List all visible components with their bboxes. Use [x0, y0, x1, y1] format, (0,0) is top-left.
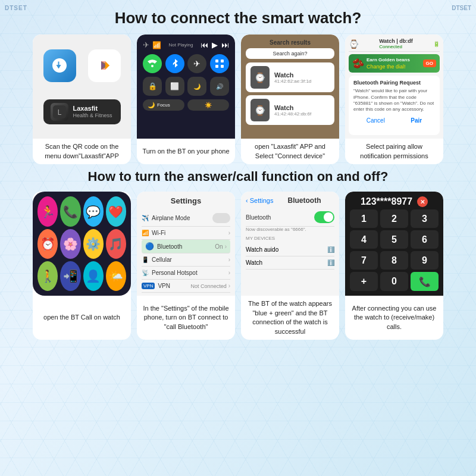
watch-item-2[interactable]: ⌚ Watch 41:42:48:42:db:6f: [246, 95, 334, 125]
card-bt-settings-caption: The BT of the watch appears "blue + gree…: [241, 296, 339, 340]
card-bt-settings: ‹ Settings Bluetooth Bluetooth Now disco…: [241, 192, 339, 340]
bt-toggle[interactable]: [314, 211, 334, 223]
settings-hotspot[interactable]: 📡Personal Hotspot ›: [142, 267, 230, 280]
watch-icon-2: ⌚: [250, 99, 270, 121]
brand-right: DTSET: [452, 5, 471, 11]
dial-1[interactable]: 1: [350, 209, 378, 228]
bt-discoverable-text: Now discoverable as "6666".: [246, 227, 334, 232]
section1-title: How to connect the smart watch?: [12, 9, 464, 27]
dial-grid: 1 2 3 4 5 6 7 8 9 + 0 📞: [350, 209, 439, 291]
cc-moon-btn: 🌙: [187, 77, 206, 96]
dial-call-btn[interactable]: 📞: [411, 272, 439, 291]
settings-bluetooth[interactable]: 🔵 Bluetooth On ›: [142, 240, 230, 253]
dial-7[interactable]: 7: [350, 251, 378, 270]
bt-my-devices-label: MY DEVICES: [246, 236, 334, 241]
settings-vpn[interactable]: VPNVPN Not Connected ›: [142, 280, 230, 293]
settings-wifi[interactable]: 📶Wi-Fi ›: [142, 227, 230, 240]
card-settings-image: Settings ✈️Airplane Mode 📶Wi-Fi › 🔵 Blue…: [137, 192, 235, 296]
search-results-title: Search results: [246, 39, 334, 46]
bt-header: ⌚ Watch | db:df Connected 🔋: [349, 38, 440, 52]
bt-nav: ‹ Settings Bluetooth: [246, 196, 334, 205]
app-weather-icon: 🌤️: [106, 261, 126, 291]
card-dialpad: 123****8977 ✕ 1 2 3 4 5 6 7 8 9 +: [345, 192, 443, 340]
dial-5[interactable]: 5: [380, 230, 408, 249]
bt-battery: 🔋: [433, 41, 440, 47]
cc-focus-btn: [210, 54, 229, 73]
dial-6[interactable]: 6: [411, 230, 439, 249]
watch-icon-1: ⌚: [250, 66, 270, 89]
dial-3[interactable]: 3: [411, 209, 439, 228]
app-walk-icon: 🚶: [37, 261, 58, 291]
settings-airplane[interactable]: ✈️Airplane Mode: [142, 210, 230, 227]
cards-row2: 🏃 📞 💬 ❤️ ⏰ 🌸 ⚙️ 🎵 🚶 📲 👤 🌤️ open the BT C…: [12, 192, 464, 340]
bt-back-btn[interactable]: ‹ Settings: [246, 197, 273, 204]
dial-8[interactable]: 8: [380, 251, 408, 270]
play-store-icon: [88, 49, 121, 82]
app-store-icon: [43, 49, 76, 82]
dial-4[interactable]: 4: [350, 230, 378, 249]
laxasfit-logo: L: [51, 103, 68, 121]
svg-rect-8: [221, 60, 224, 62]
bt-page-title: Bluetooth: [287, 196, 321, 205]
app-user-icon: 👤: [83, 261, 104, 291]
card-settings-caption: In the "Settings" of the mobile phone, t…: [137, 296, 235, 340]
bt-toggle-row: Bluetooth: [246, 208, 334, 227]
search-again-btn[interactable]: Search again?: [246, 48, 334, 59]
cards-row1: L Laxasfit Health & Fitness Scan the QR …: [12, 35, 464, 164]
card-search: Search results Search again? ⌚ Watch 41:…: [241, 35, 339, 164]
cc-mirror-btn: ⬜: [165, 77, 184, 96]
go-btn[interactable]: GO: [423, 60, 436, 67]
bt-pair-btn[interactable]: Pair: [411, 117, 422, 125]
svg-rect-9: [215, 65, 218, 68]
app-msg-icon: 💬: [83, 196, 104, 226]
card-pairing-caption: Select pairing allow notification permis…: [345, 139, 443, 164]
watch-item-1[interactable]: ⌚ Watch 41:42:62:ae:3f:1d: [246, 62, 334, 92]
svg-rect-10: [221, 65, 224, 68]
app-clock-icon: ⏰: [37, 229, 58, 259]
dial-plus[interactable]: +: [350, 272, 378, 291]
bt-pairing-box: Bluetooth Pairing Request "Watch" would …: [349, 76, 440, 136]
laxasfit-text: Laxasfit Health & Fitness: [73, 104, 112, 120]
cc-sound-btn: 🔊: [210, 77, 229, 96]
dial-2[interactable]: 2: [380, 209, 408, 228]
bt-cancel-btn[interactable]: Cancel: [367, 117, 385, 125]
card-app-download-image: L Laxasfit Health & Fitness: [33, 35, 131, 139]
cc-wifi-btn: [143, 54, 162, 73]
svg-text:L: L: [57, 108, 61, 117]
settings-title: Settings: [142, 196, 230, 205]
cc-focus-label: 🌙 Focus: [143, 99, 184, 111]
dial-delete-btn[interactable]: ✕: [417, 196, 428, 207]
svg-marker-4: [101, 61, 105, 70]
card-app-download-caption: Scan the QR code on the menu down"Laxasf…: [33, 139, 131, 164]
dial-number: 123****8977 ✕: [350, 196, 439, 207]
card-bt-image: ✈ 📶 Not Playing ⏮▶⏭: [137, 35, 235, 139]
app-heart-icon: ❤️: [106, 196, 126, 226]
card-dialpad-image: 123****8977 ✕ 1 2 3 4 5 6 7 8 9 +: [345, 192, 443, 296]
cc-airplane-btn: ✈: [187, 54, 206, 73]
bt-device-1[interactable]: Watch auido ℹ️: [246, 243, 334, 256]
app-call2-icon: 📲: [60, 261, 80, 291]
bt-device-2[interactable]: Watch ℹ️: [246, 256, 334, 270]
settings-cellular[interactable]: 📱Cellular ›: [142, 253, 230, 267]
brand-left: DTSET: [5, 5, 27, 11]
card-pairing: ⌚ Watch | db:df Connected 🔋 🫘 Earn Golde…: [345, 35, 443, 164]
card-watch-face-image: 🏃 📞 💬 ❤️ ⏰ 🌸 ⚙️ 🎵 🚶 📲 👤 🌤️: [33, 192, 131, 296]
cc-bluetooth-btn: [165, 54, 184, 73]
app-settings-icon: ⚙️: [83, 229, 104, 259]
bt-watch-icon: ⌚: [349, 39, 359, 49]
cc-rotation-btn: 🔒: [143, 77, 162, 96]
dial-9[interactable]: 9: [411, 251, 439, 270]
dial-0[interactable]: 0: [380, 272, 408, 291]
card-pairing-image: ⌚ Watch | db:df Connected 🔋 🫘 Earn Golde…: [345, 35, 443, 139]
app-run-icon: 🏃: [37, 196, 58, 226]
svg-rect-7: [215, 60, 218, 62]
app-flower-icon: 🌸: [60, 229, 80, 259]
card-bt-caption: Turn on the BT on your phone: [137, 139, 235, 164]
card-watch-face: 🏃 📞 💬 ❤️ ⏰ 🌸 ⚙️ 🎵 🚶 📲 👤 🌤️ open the BT C…: [33, 192, 131, 340]
card-settings: Settings ✈️Airplane Mode 📶Wi-Fi › 🔵 Blue…: [137, 192, 235, 340]
section2-title: How to turn the answer/call function on …: [12, 169, 464, 184]
card-watch-caption: open the BT Call on watch: [33, 296, 131, 340]
card-app-download: L Laxasfit Health & Fitness Scan the QR …: [33, 35, 131, 164]
main-container: DTSET DTSET How to connect the smart wat…: [0, 0, 476, 476]
earn-beans-banner: 🫘 Earn Golden beans Change the dial! GO: [349, 54, 440, 72]
